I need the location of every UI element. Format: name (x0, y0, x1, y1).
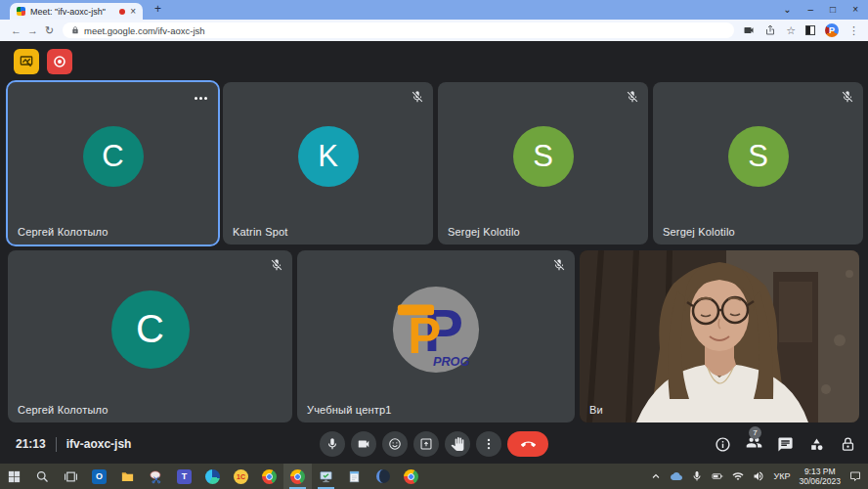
close-tab-icon[interactable]: × (130, 7, 136, 17)
host-controls-lock-icon[interactable] (840, 436, 856, 453)
monitor-check-icon (319, 469, 333, 484)
tile-options-button[interactable] (192, 89, 210, 108)
share-icon[interactable] (764, 24, 776, 36)
record-icon (52, 54, 67, 69)
taskbar-1c[interactable]: 1С (227, 464, 255, 489)
taskbar-date: 30/06/2023 (799, 476, 841, 486)
url-text: meet.google.com/ifv-aoxc-jsh (84, 25, 205, 36)
notepad-icon (347, 469, 362, 484)
browser-tab-strip: Meet: "ifv-aoxc-jsh" × + ⌄ – □ × (0, 0, 868, 20)
participant-tile-sergej-kolotilo-2[interactable]: S Sergej Kolotilo (653, 82, 863, 244)
browser-toolbar: ← → ↻ meet.google.com/ifv-aoxc-jsh ☆ Р ⋮ (0, 20, 868, 41)
webcam-video (580, 250, 859, 422)
annotation-extension-button[interactable] (14, 49, 39, 74)
taskbar-notepad[interactable] (340, 464, 369, 489)
record-extension-button[interactable] (47, 49, 72, 74)
forward-button[interactable]: → (24, 24, 41, 36)
bookmark-star-icon[interactable]: ☆ (786, 24, 796, 37)
wifi-icon[interactable] (732, 470, 744, 482)
reload-button[interactable]: ↻ (41, 24, 58, 37)
taskbar-search-button[interactable] (28, 464, 57, 489)
videocam-icon (357, 437, 370, 451)
taskbar-app-dark[interactable] (369, 464, 397, 489)
browser-profile-avatar[interactable]: Р (825, 23, 839, 37)
taskbar-chrome-1[interactable] (255, 464, 283, 489)
participant-name: Ви (589, 404, 603, 416)
tray-chevron-up-icon[interactable] (650, 470, 662, 482)
meeting-info: 21:13 ifv-aoxc-jsh (16, 424, 131, 464)
participant-name: Сергей Колотыло (18, 404, 108, 416)
mic-off-icon (552, 258, 566, 272)
participant-tile-uchebny-centr[interactable]: P P PROG Учебный центр1 (297, 250, 575, 422)
more-options-button[interactable] (476, 431, 501, 457)
folder-icon (120, 469, 135, 484)
task-view-button[interactable] (57, 464, 85, 489)
hand-icon (451, 437, 464, 451)
taskbar-snipping-tool[interactable] (142, 464, 170, 489)
taskbar-clock[interactable]: 9:13 PM 30/06/2023 (799, 467, 841, 486)
call-controls (320, 431, 548, 457)
onedrive-icon[interactable] (671, 470, 682, 482)
extension-icon[interactable] (805, 25, 815, 35)
screen: Meet: "ifv-aoxc-jsh" × + ⌄ – □ × ← → ↻ m… (0, 0, 868, 489)
taskbar-edge[interactable] (198, 464, 227, 489)
more-vert-icon (482, 437, 496, 451)
raise-hand-button[interactable] (445, 431, 470, 457)
mic-button[interactable] (320, 431, 345, 457)
participant-tile-katrin-spot[interactable]: K Katrin Spot (223, 82, 433, 244)
meeting-details-icon[interactable] (715, 436, 731, 453)
maximize-button[interactable]: □ (830, 5, 836, 15)
participant-tile-sergey-kolotylo-2[interactable]: C Сергей Колотыло (8, 250, 292, 422)
taskbar-remote-desktop[interactable] (312, 464, 340, 489)
mic-off-icon (841, 90, 854, 104)
camera-button[interactable] (351, 431, 376, 457)
snipping-tool-icon (149, 469, 163, 484)
people-panel-button[interactable]: 7 (746, 434, 762, 455)
chrome-icon (262, 469, 277, 484)
edge-icon (205, 469, 220, 484)
battery-icon[interactable] (712, 470, 723, 482)
taskbar-teams[interactable]: T (170, 464, 198, 489)
participant-tile-sergej-kolotilo-1[interactable]: S Sergej Kolotilo (438, 82, 648, 244)
end-call-button[interactable] (507, 431, 548, 457)
action-center-icon[interactable] (849, 470, 861, 482)
browser-tab[interactable]: Meet: "ifv-aoxc-jsh" × (10, 3, 143, 20)
search-icon (35, 469, 50, 484)
toolbar-right: ☆ Р ⋮ (734, 23, 868, 37)
address-bar[interactable]: meet.google.com/ifv-aoxc-jsh (63, 22, 734, 38)
windows-logo-icon (7, 469, 22, 484)
participant-tile-vi-webcam[interactable]: Ви (580, 250, 859, 422)
participant-tile-sergey-kolotylo-1[interactable]: C Сергей Колотыло (8, 82, 218, 244)
taskbar-outlook[interactable]: O (85, 464, 113, 489)
start-button[interactable] (0, 464, 28, 489)
new-tab-button[interactable]: + (154, 2, 161, 16)
avatar: S (513, 126, 574, 187)
taskbar-time: 9:13 PM (799, 467, 841, 476)
task-view-icon (64, 469, 78, 484)
taskbar-chrome-2[interactable] (397, 464, 425, 489)
end-call-icon (521, 437, 536, 452)
mic-off-icon (626, 90, 639, 104)
1c-icon: 1С (234, 469, 248, 484)
outlook-icon: O (92, 469, 107, 484)
close-window-button[interactable]: × (852, 5, 858, 15)
back-button[interactable]: ← (8, 24, 24, 36)
taskbar-file-explorer[interactable] (113, 464, 142, 489)
participant-name: Sergej Kolotilo (448, 226, 520, 238)
browser-menu-icon[interactable]: ⋮ (848, 24, 859, 37)
mic-icon (326, 437, 339, 451)
present-button[interactable] (413, 431, 439, 457)
chevron-down-icon[interactable]: ⌄ (783, 5, 791, 15)
language-indicator[interactable]: УКР (773, 471, 790, 481)
avatar: S (728, 126, 789, 187)
activities-icon[interactable] (808, 436, 825, 453)
reactions-button[interactable] (382, 431, 408, 457)
minimize-button[interactable]: – (808, 5, 814, 15)
media-indicator-icon[interactable] (743, 24, 755, 36)
speaker-icon[interactable] (753, 470, 764, 482)
participant-name: Сергей Колотыло (18, 226, 108, 238)
chat-panel-icon[interactable] (777, 436, 794, 453)
tray-mic-icon[interactable] (691, 470, 703, 482)
taskbar-chrome-active[interactable] (283, 464, 312, 489)
mic-off-icon (411, 90, 424, 104)
